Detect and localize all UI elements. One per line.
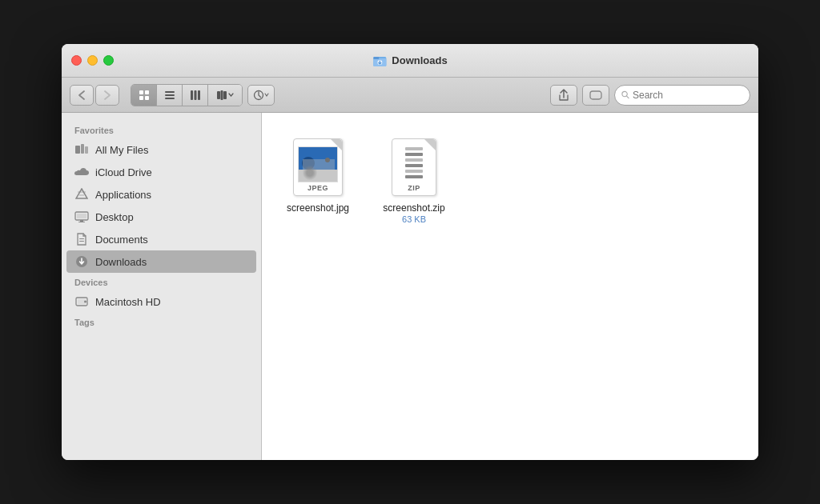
devices-section-label: Devices bbox=[62, 273, 261, 290]
svg-point-39 bbox=[325, 158, 330, 162]
sidebar-item-label: All My Files bbox=[95, 144, 148, 156]
svg-rect-26 bbox=[78, 222, 85, 222]
sidebar-item-label: iCloud Drive bbox=[95, 166, 152, 178]
svg-rect-12 bbox=[194, 90, 196, 100]
svg-rect-35 bbox=[299, 170, 338, 182]
file-area: JPEG screenshot.jpg bbox=[262, 113, 758, 460]
svg-rect-28 bbox=[79, 241, 84, 242]
svg-rect-37 bbox=[303, 159, 335, 170]
tag-button[interactable] bbox=[582, 85, 609, 106]
icon-view-button[interactable] bbox=[131, 85, 157, 106]
search-box[interactable] bbox=[614, 85, 750, 106]
svg-rect-25 bbox=[80, 220, 83, 222]
downloads-folder-icon bbox=[372, 54, 387, 68]
zip-file-icon: ZIP bbox=[385, 135, 443, 199]
svg-point-32 bbox=[84, 301, 86, 303]
svg-rect-7 bbox=[145, 96, 149, 100]
zip-type-label: ZIP bbox=[408, 184, 420, 192]
file-item-screenshot-jpg[interactable]: JPEG screenshot.jpg bbox=[278, 129, 358, 230]
toolbar bbox=[62, 78, 758, 113]
documents-icon bbox=[74, 232, 89, 246]
svg-rect-24 bbox=[77, 214, 86, 218]
svg-rect-8 bbox=[165, 91, 175, 93]
finder-window: Downloads bbox=[62, 44, 758, 460]
traffic-lights bbox=[71, 55, 114, 66]
tags-section-label: Tags bbox=[62, 313, 261, 330]
downloads-icon bbox=[74, 254, 89, 269]
minimize-button[interactable] bbox=[87, 55, 98, 66]
sidebar-item-label: Desktop bbox=[95, 211, 134, 223]
icloud-icon bbox=[74, 165, 89, 179]
close-button[interactable] bbox=[71, 55, 82, 66]
svg-rect-2 bbox=[373, 57, 379, 59]
svg-rect-21 bbox=[81, 144, 84, 154]
coverflow-view-button[interactable] bbox=[208, 85, 242, 106]
macintosh-hd-icon bbox=[74, 294, 89, 309]
sidebar-item-all-my-files[interactable]: All My Files bbox=[62, 138, 261, 161]
sidebar-item-macintosh-hd[interactable]: Macintosh HD bbox=[62, 290, 261, 313]
svg-rect-20 bbox=[75, 146, 80, 154]
window-title: Downloads bbox=[372, 54, 447, 68]
sidebar-item-desktop[interactable]: Desktop bbox=[62, 206, 261, 228]
sidebar-item-label: Applications bbox=[95, 189, 151, 201]
svg-rect-6 bbox=[139, 96, 143, 100]
svg-rect-16 bbox=[223, 91, 227, 99]
sidebar: Favorites All My Files iCloud Drive Appl… bbox=[62, 113, 262, 460]
desktop-icon bbox=[74, 210, 89, 224]
svg-rect-4 bbox=[139, 90, 143, 94]
back-button[interactable] bbox=[70, 85, 94, 106]
svg-rect-14 bbox=[217, 91, 220, 99]
all-my-files-icon bbox=[74, 142, 89, 157]
column-view-button[interactable] bbox=[183, 85, 208, 106]
svg-rect-5 bbox=[145, 90, 149, 94]
sidebar-item-label: Documents bbox=[95, 234, 148, 246]
arrange-button[interactable] bbox=[247, 85, 275, 106]
applications-icon bbox=[74, 187, 89, 202]
view-buttons bbox=[131, 84, 243, 106]
sidebar-item-applications[interactable]: Applications bbox=[62, 183, 261, 206]
svg-rect-27 bbox=[79, 238, 84, 239]
title-bar: Downloads bbox=[62, 44, 758, 78]
search-icon bbox=[621, 90, 629, 99]
share-button[interactable] bbox=[550, 85, 577, 106]
main-content: Favorites All My Files iCloud Drive Appl… bbox=[62, 113, 758, 460]
favorites-section-label: Favorites bbox=[62, 121, 261, 138]
svg-rect-18 bbox=[590, 91, 601, 99]
svg-rect-10 bbox=[165, 98, 175, 99]
svg-rect-9 bbox=[165, 94, 175, 96]
file-size: 63 KB bbox=[402, 214, 426, 224]
search-input[interactable] bbox=[633, 90, 743, 101]
sidebar-item-label: Downloads bbox=[95, 256, 147, 268]
file-name: screenshot.zip bbox=[383, 202, 444, 214]
sidebar-item-documents[interactable]: Documents bbox=[62, 228, 261, 250]
sidebar-item-downloads[interactable]: Downloads bbox=[66, 250, 256, 273]
jpeg-type-label: JPEG bbox=[308, 184, 328, 192]
sidebar-item-label: Macintosh HD bbox=[95, 296, 161, 308]
svg-rect-11 bbox=[191, 90, 193, 100]
sidebar-item-icloud-drive[interactable]: iCloud Drive bbox=[62, 161, 261, 183]
svg-rect-13 bbox=[198, 90, 200, 100]
file-name: screenshot.jpg bbox=[287, 202, 349, 214]
jpeg-file-icon: JPEG bbox=[289, 135, 347, 199]
forward-button[interactable] bbox=[95, 85, 119, 106]
list-view-button[interactable] bbox=[157, 85, 183, 106]
nav-buttons bbox=[70, 85, 119, 106]
file-item-screenshot-zip[interactable]: ZIP screenshot.zip 63 KB bbox=[374, 129, 454, 230]
svg-point-19 bbox=[622, 91, 627, 96]
svg-rect-15 bbox=[220, 90, 223, 100]
svg-rect-22 bbox=[85, 146, 88, 154]
maximize-button[interactable] bbox=[103, 55, 114, 66]
